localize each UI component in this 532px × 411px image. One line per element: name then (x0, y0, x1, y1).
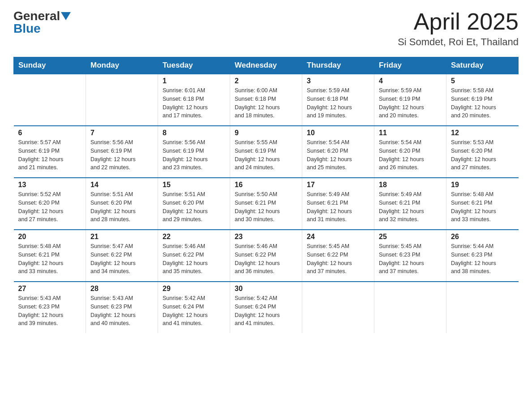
header-sunday: Sunday (14, 57, 86, 74)
day-number: 8 (163, 129, 225, 137)
day-number: 21 (90, 233, 153, 241)
day-info: Sunrise: 5:54 AM Sunset: 6:20 PM Dayligh… (379, 138, 442, 172)
day-number: 18 (379, 181, 442, 189)
table-row: 15Sunrise: 5:51 AM Sunset: 6:20 PM Dayli… (158, 178, 230, 230)
table-row: 24Sunrise: 5:45 AM Sunset: 6:22 PM Dayli… (302, 230, 374, 282)
day-info: Sunrise: 6:00 AM Sunset: 6:18 PM Dayligh… (235, 86, 297, 120)
day-info: Sunrise: 5:51 AM Sunset: 6:20 PM Dayligh… (163, 190, 225, 224)
table-row: 17Sunrise: 5:49 AM Sunset: 6:21 PM Dayli… (302, 178, 374, 230)
table-row: 1Sunrise: 6:01 AM Sunset: 6:18 PM Daylig… (158, 74, 230, 126)
day-info: Sunrise: 5:53 AM Sunset: 6:20 PM Dayligh… (451, 138, 514, 172)
day-info: Sunrise: 5:48 AM Sunset: 6:21 PM Dayligh… (451, 190, 514, 224)
table-row: 13Sunrise: 5:52 AM Sunset: 6:20 PM Dayli… (14, 178, 86, 230)
calendar-week-row: 6Sunrise: 5:57 AM Sunset: 6:19 PM Daylig… (14, 126, 519, 178)
day-info: Sunrise: 5:42 AM Sunset: 6:24 PM Dayligh… (163, 294, 225, 328)
day-number: 7 (90, 129, 153, 137)
calendar-week-row: 20Sunrise: 5:48 AM Sunset: 6:21 PM Dayli… (14, 230, 519, 282)
day-info: Sunrise: 5:46 AM Sunset: 6:22 PM Dayligh… (235, 242, 297, 276)
day-info: Sunrise: 5:56 AM Sunset: 6:19 PM Dayligh… (90, 138, 153, 172)
day-info: Sunrise: 5:55 AM Sunset: 6:19 PM Dayligh… (235, 138, 297, 172)
day-number: 16 (235, 181, 297, 189)
day-number: 11 (379, 129, 442, 137)
day-info: Sunrise: 5:48 AM Sunset: 6:21 PM Dayligh… (18, 242, 82, 276)
calendar-week-row: 13Sunrise: 5:52 AM Sunset: 6:20 PM Dayli… (14, 178, 519, 230)
logo-blue-text: Blue (13, 21, 41, 36)
header-thursday: Thursday (302, 57, 374, 74)
day-number: 24 (307, 233, 369, 241)
day-info: Sunrise: 6:01 AM Sunset: 6:18 PM Dayligh… (163, 86, 225, 120)
table-row: 26Sunrise: 5:44 AM Sunset: 6:23 PM Dayli… (446, 230, 519, 282)
page-header: General Blue April 2025 Si Somdet, Roi E… (13, 9, 519, 48)
weekday-header-row: Sunday Monday Tuesday Wednesday Thursday… (14, 57, 519, 74)
table-row: 18Sunrise: 5:49 AM Sunset: 6:21 PM Dayli… (374, 178, 446, 230)
table-row: 12Sunrise: 5:53 AM Sunset: 6:20 PM Dayli… (446, 126, 519, 178)
day-number: 26 (451, 233, 514, 241)
calendar-table: Sunday Monday Tuesday Wednesday Thursday… (13, 57, 519, 333)
day-number: 30 (235, 285, 297, 293)
day-info: Sunrise: 5:45 AM Sunset: 6:23 PM Dayligh… (379, 242, 442, 276)
day-number: 27 (18, 285, 82, 293)
day-info: Sunrise: 5:43 AM Sunset: 6:23 PM Dayligh… (90, 294, 153, 328)
table-row: 27Sunrise: 5:43 AM Sunset: 6:23 PM Dayli… (14, 282, 86, 333)
day-number: 1 (163, 77, 225, 85)
day-info: Sunrise: 5:49 AM Sunset: 6:21 PM Dayligh… (379, 190, 442, 224)
day-info: Sunrise: 5:59 AM Sunset: 6:18 PM Dayligh… (307, 86, 369, 120)
table-row (446, 282, 519, 333)
table-row: 7Sunrise: 5:56 AM Sunset: 6:19 PM Daylig… (86, 126, 158, 178)
day-info: Sunrise: 5:57 AM Sunset: 6:19 PM Dayligh… (18, 138, 82, 172)
day-number: 2 (235, 77, 297, 85)
day-info: Sunrise: 5:44 AM Sunset: 6:23 PM Dayligh… (451, 242, 514, 276)
day-info: Sunrise: 5:42 AM Sunset: 6:24 PM Dayligh… (235, 294, 297, 328)
day-number: 17 (307, 181, 369, 189)
header-wednesday: Wednesday (230, 57, 302, 74)
day-number: 25 (379, 233, 442, 241)
day-number: 20 (18, 233, 82, 241)
day-number: 29 (163, 285, 225, 293)
table-row: 22Sunrise: 5:46 AM Sunset: 6:22 PM Dayli… (158, 230, 230, 282)
table-row: 14Sunrise: 5:51 AM Sunset: 6:20 PM Dayli… (86, 178, 158, 230)
table-row (302, 282, 374, 333)
day-info: Sunrise: 5:58 AM Sunset: 6:19 PM Dayligh… (451, 86, 514, 120)
table-row: 10Sunrise: 5:54 AM Sunset: 6:20 PM Dayli… (302, 126, 374, 178)
table-row: 20Sunrise: 5:48 AM Sunset: 6:21 PM Dayli… (14, 230, 86, 282)
table-row: 3Sunrise: 5:59 AM Sunset: 6:18 PM Daylig… (302, 74, 374, 126)
day-info: Sunrise: 5:46 AM Sunset: 6:22 PM Dayligh… (163, 242, 225, 276)
day-number: 15 (163, 181, 225, 189)
header-tuesday: Tuesday (158, 57, 230, 74)
day-info: Sunrise: 5:52 AM Sunset: 6:20 PM Dayligh… (18, 190, 82, 224)
day-number: 19 (451, 181, 514, 189)
day-number: 10 (307, 129, 369, 137)
table-row: 11Sunrise: 5:54 AM Sunset: 6:20 PM Dayli… (374, 126, 446, 178)
day-info: Sunrise: 5:59 AM Sunset: 6:19 PM Dayligh… (379, 86, 442, 120)
table-row: 8Sunrise: 5:56 AM Sunset: 6:19 PM Daylig… (158, 126, 230, 178)
day-info: Sunrise: 5:43 AM Sunset: 6:23 PM Dayligh… (18, 294, 82, 328)
day-info: Sunrise: 5:56 AM Sunset: 6:19 PM Dayligh… (163, 138, 225, 172)
table-row: 23Sunrise: 5:46 AM Sunset: 6:22 PM Dayli… (230, 230, 302, 282)
day-info: Sunrise: 5:45 AM Sunset: 6:22 PM Dayligh… (307, 242, 369, 276)
calendar-week-row: 1Sunrise: 6:01 AM Sunset: 6:18 PM Daylig… (14, 74, 519, 126)
day-info: Sunrise: 5:47 AM Sunset: 6:22 PM Dayligh… (90, 242, 153, 276)
logo: General Blue (13, 9, 71, 36)
day-number: 13 (18, 181, 82, 189)
table-row: 2Sunrise: 6:00 AM Sunset: 6:18 PM Daylig… (230, 74, 302, 126)
day-number: 4 (379, 77, 442, 85)
day-info: Sunrise: 5:54 AM Sunset: 6:20 PM Dayligh… (307, 138, 369, 172)
table-row: 19Sunrise: 5:48 AM Sunset: 6:21 PM Dayli… (446, 178, 519, 230)
day-number: 23 (235, 233, 297, 241)
table-row: 21Sunrise: 5:47 AM Sunset: 6:22 PM Dayli… (86, 230, 158, 282)
table-row (86, 74, 158, 126)
day-info: Sunrise: 5:50 AM Sunset: 6:21 PM Dayligh… (235, 190, 297, 224)
table-row: 29Sunrise: 5:42 AM Sunset: 6:24 PM Dayli… (158, 282, 230, 333)
table-row: 25Sunrise: 5:45 AM Sunset: 6:23 PM Dayli… (374, 230, 446, 282)
header-friday: Friday (374, 57, 446, 74)
svg-marker-0 (61, 12, 71, 20)
table-row: 6Sunrise: 5:57 AM Sunset: 6:19 PM Daylig… (14, 126, 86, 178)
calendar-title: April 2025 (398, 9, 519, 34)
day-number: 6 (18, 129, 82, 137)
table-row: 4Sunrise: 5:59 AM Sunset: 6:19 PM Daylig… (374, 74, 446, 126)
day-number: 5 (451, 77, 514, 85)
table-row: 28Sunrise: 5:43 AM Sunset: 6:23 PM Dayli… (86, 282, 158, 333)
day-number: 3 (307, 77, 369, 85)
table-row (14, 74, 86, 126)
table-row: 5Sunrise: 5:58 AM Sunset: 6:19 PM Daylig… (446, 74, 519, 126)
